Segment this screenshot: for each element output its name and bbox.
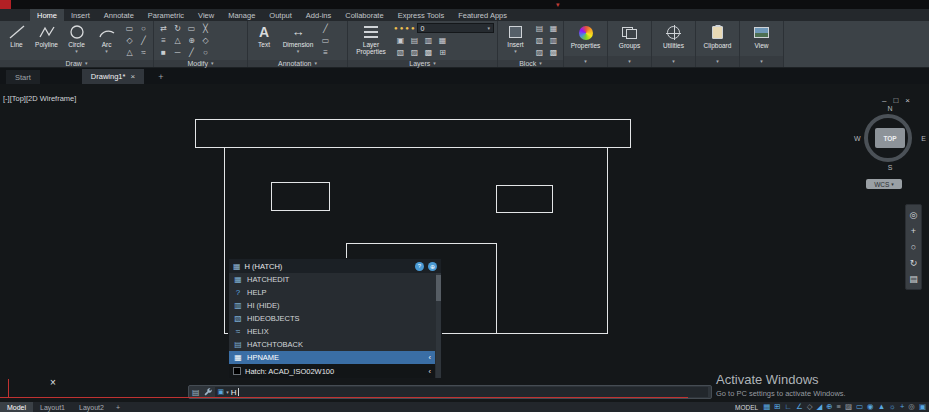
panel-label-layers[interactable]: Layers▾	[348, 60, 497, 67]
viewport-controls[interactable]: [-][Top][2D Wireframe]	[3, 94, 76, 103]
modify-tool-icon[interactable]: ◇	[202, 36, 208, 45]
annotation-monitor-icon[interactable]: +	[900, 403, 904, 411]
annotation-tool-icon[interactable]: ╱	[323, 24, 328, 33]
command-suggestion[interactable]: ▥ HI (HIDE)	[229, 299, 435, 312]
menu-tab-express-tools[interactable]: Express Tools	[391, 9, 452, 21]
menu-tab-view[interactable]: View	[191, 9, 221, 21]
block-tool-icon[interactable]: ▥	[550, 36, 558, 45]
layer-tool-icon[interactable]: ▧	[397, 48, 405, 57]
file-tab-start[interactable]: Start	[6, 70, 40, 84]
annotation-tool-icon[interactable]: ▭	[322, 36, 330, 45]
modify-tool-icon[interactable]: ↻	[174, 24, 181, 33]
osnap-icon[interactable]: ⊕	[826, 403, 832, 411]
command-suggestion[interactable]: ▧ HIDEOBJECTS	[229, 312, 435, 325]
panel-label-view[interactable]: ▾	[740, 56, 783, 67]
menu-tab-output[interactable]: Output	[262, 9, 299, 21]
command-suggestion-top[interactable]: ▦ H (HATCH) ? ⊕	[229, 259, 441, 273]
polar-tracking-icon[interactable]: ∠	[796, 403, 803, 411]
customization-icon[interactable]: ▣	[919, 403, 926, 411]
popup-scrollbar-thumb[interactable]	[436, 275, 441, 301]
keyboard-icon[interactable]: ▤	[192, 388, 200, 397]
layer-bulb-icon[interactable]: ●	[394, 25, 398, 31]
dimension-button[interactable]: ↔ Dimension ▾	[280, 23, 316, 54]
panel-label-groups[interactable]: ▾	[608, 56, 651, 67]
selection-cycling-icon[interactable]: ▭	[856, 403, 863, 411]
command-suggestion[interactable]: ≈ HELIX	[229, 325, 435, 338]
autocad-logo-icon[interactable]	[0, 0, 11, 9]
autoscale-icon[interactable]: ▲	[878, 403, 885, 411]
utilities-button[interactable]: Utilities	[655, 23, 692, 49]
orbit-icon[interactable]: ↻	[910, 259, 918, 268]
panel-label-draw[interactable]: Draw▾	[0, 60, 153, 67]
polyline-button[interactable]: Polyline	[33, 23, 60, 48]
close-icon[interactable]: ×	[905, 96, 910, 105]
command-suggestion[interactable]: ▤ HATCHTOBACK	[229, 338, 435, 351]
isodraft-icon[interactable]: ◇	[807, 403, 813, 411]
viewcube-west[interactable]: W	[854, 135, 861, 142]
layer-properties-button[interactable]: Layer Properties	[351, 23, 391, 55]
steering-wheel-icon[interactable]: ◎	[910, 211, 918, 220]
wrench-customize-icon[interactable]	[203, 387, 212, 398]
menu-tab-manage[interactable]: Manage	[221, 9, 262, 21]
draw-tool-icon[interactable]: ○	[141, 24, 146, 33]
minimize-icon[interactable]: –	[882, 96, 886, 105]
hatch-pattern-row[interactable]: Hatch: ACAD_ISO02W100 ‹	[229, 364, 435, 378]
transparency-icon[interactable]: ▨	[845, 403, 852, 411]
modify-tool-icon[interactable]: △	[174, 36, 180, 45]
modify-tool-icon[interactable]: ╱	[189, 48, 194, 57]
chevron-down-icon[interactable]: ▾	[226, 390, 229, 395]
properties-button[interactable]: Properties	[567, 23, 604, 49]
menu-tab-insert[interactable]: Insert	[64, 9, 97, 21]
grid-icon[interactable]: ▦	[763, 403, 770, 411]
block-tool-icon[interactable]: ▨	[536, 48, 544, 57]
draw-tool-icon[interactable]: ╱	[141, 36, 146, 45]
popup-scrollbar[interactable]	[436, 273, 441, 378]
panel-label-utilities[interactable]: ▾	[652, 56, 695, 67]
ortho-icon[interactable]: ∟	[785, 403, 792, 411]
restore-icon[interactable]: □	[893, 96, 898, 105]
block-tool-icon[interactable]: ▩	[550, 48, 558, 57]
command-input[interactable]: ▣ ▾ H	[215, 387, 708, 397]
layer-tool-icon[interactable]: ▨	[411, 48, 419, 57]
menu-tab-parametric[interactable]: Parametric	[141, 9, 191, 21]
zoom-icon[interactable]: ○	[911, 243, 916, 252]
block-tool-icon[interactable]: ▤	[536, 24, 544, 33]
layer-bulb-icon[interactable]: ●	[400, 25, 404, 31]
autotrack-icon[interactable]: ◢	[816, 403, 822, 411]
menu-tab-addins[interactable]: Add-ins	[299, 9, 338, 21]
groups-button[interactable]: Groups	[611, 23, 648, 49]
panel-label-annotation[interactable]: Annotation▾	[248, 60, 347, 67]
snap-icon[interactable]: ⊞	[774, 403, 780, 411]
viewcube-east[interactable]: E	[921, 135, 926, 142]
viewcube[interactable]: N S W E TOP	[856, 106, 924, 170]
chevron-down-icon[interactable]: ▾	[105, 49, 108, 54]
block-tool-icon[interactable]: ▦	[550, 24, 558, 33]
draw-tool-icon[interactable]: ▭	[126, 24, 134, 33]
layer-tool-icon[interactable]: ▣	[397, 36, 405, 45]
modify-tool-icon[interactable]: ⇄	[160, 24, 167, 33]
line-button[interactable]: Line	[3, 23, 30, 48]
viewcube-top-face[interactable]: TOP	[875, 128, 905, 148]
layer-tool-icon[interactable]: ▤	[411, 36, 419, 45]
modify-tool-icon[interactable]: ≡	[161, 36, 166, 45]
modify-tool-icon[interactable]: ○	[203, 48, 208, 57]
record-menu-icon[interactable]: ▾	[556, 1, 560, 9]
close-icon[interactable]: ×	[130, 72, 135, 81]
tab-layout1[interactable]: Layout1	[33, 402, 72, 412]
menu-tab-home[interactable]: Home	[30, 9, 64, 21]
panel-label-properties[interactable]: ▾	[564, 56, 607, 67]
help-icon[interactable]: ?	[415, 262, 424, 271]
insert-button[interactable]: Insert ▾	[501, 23, 530, 54]
panel-label-block[interactable]: Block▾	[498, 60, 563, 67]
layer-bulb-icon[interactable]: ●	[405, 25, 409, 31]
modify-tool-icon[interactable]: ─	[175, 48, 181, 57]
layer-tool-icon[interactable]: ▩	[425, 48, 433, 57]
pan-icon[interactable]: +	[911, 227, 916, 236]
layer-select[interactable]: 0 ▾	[417, 23, 495, 33]
annotation-tool-icon[interactable]: ≡	[323, 48, 328, 57]
model-space-label[interactable]: MODEL	[735, 404, 758, 411]
draw-tool-icon[interactable]: △	[126, 48, 132, 57]
workspace-icon[interactable]: ☼	[889, 403, 896, 411]
command-suggestion[interactable]: ▦ HATCHEDIT	[229, 273, 435, 286]
layer-tool-icon[interactable]: ▥	[425, 36, 433, 45]
